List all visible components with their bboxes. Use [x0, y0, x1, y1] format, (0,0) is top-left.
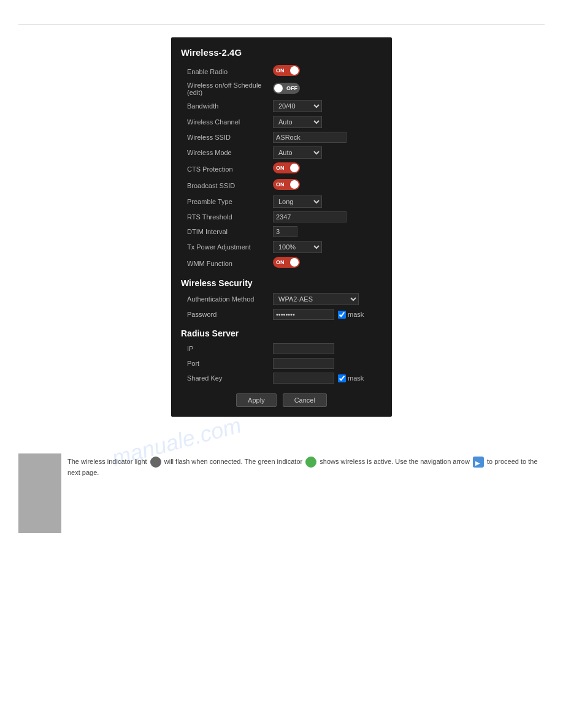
auth-method-label: Authentication Method	[187, 295, 273, 303]
wmm-function-toggle-label: ON	[276, 259, 285, 265]
radius-port-row: Port	[181, 358, 382, 369]
shared-key-mask-checkbox[interactable]	[338, 374, 346, 382]
wireless-channel-select[interactable]: Auto 1 6	[273, 116, 322, 128]
password-mask-checkbox[interactable]	[338, 311, 346, 319]
radius-ip-row: IP	[181, 343, 382, 354]
wireless-schedule-toggle[interactable]: OFF	[273, 83, 300, 94]
button-row: Apply Cancel	[181, 393, 382, 407]
radius-ip-input[interactable]	[273, 343, 334, 354]
wireless-channel-control: Auto 1 6	[273, 116, 382, 128]
wireless-ssid-control	[273, 132, 382, 143]
wmm-function-row: WMM Function ON	[181, 257, 382, 270]
dtim-interval-control	[273, 226, 382, 237]
cts-protection-knob	[290, 164, 299, 172]
broadcast-ssid-toggle[interactable]: ON	[273, 179, 300, 190]
wireless-mode-select[interactable]: Auto B G N	[273, 146, 322, 159]
broadcast-ssid-toggle-label: ON	[276, 181, 285, 188]
shared-key-label: Shared Key	[187, 374, 273, 382]
bandwidth-row: Bandwidth 20/40 20 40	[181, 100, 382, 112]
broadcast-ssid-knob	[290, 180, 299, 189]
wireless-schedule-toggle-label: OFF	[286, 85, 297, 91]
bandwidth-label: Bandwidth	[187, 102, 273, 110]
wmm-function-knob	[290, 258, 299, 267]
cts-protection-row: CTS Protection ON	[181, 162, 382, 175]
enable-radio-toggle[interactable]: ON	[273, 65, 300, 76]
wireless-schedule-row: Wireless on/off Schedule (edit) OFF	[181, 82, 382, 96]
enable-radio-row: Enable Radio ON	[181, 65, 382, 78]
rts-threshold-row: RTS Threshold	[181, 211, 382, 222]
rts-threshold-control	[273, 211, 382, 222]
wireless-ssid-label: Wireless SSID	[187, 134, 273, 141]
enable-radio-knob	[290, 66, 299, 75]
tx-power-row: Tx Power Adjustment 100% 75% 50% 25%	[181, 241, 382, 253]
radius-ip-label: IP	[187, 345, 273, 352]
bottom-text3: shows wireless is active. Use the naviga…	[320, 458, 470, 465]
radius-port-input[interactable]	[273, 358, 334, 369]
wireless-panel: Wireless-2.4G Enable Radio ON Wireless o…	[171, 37, 392, 417]
wireless-ssid-input[interactable]	[273, 132, 347, 143]
bottom-section: The wireless indicator light will flash …	[0, 453, 563, 533]
shared-key-mask-label[interactable]: mask	[338, 374, 364, 382]
wireless-channel-label: Wireless Channel	[187, 118, 273, 126]
wireless-schedule-label: Wireless on/off Schedule (edit)	[187, 82, 273, 96]
radius-port-control	[273, 358, 382, 369]
preamble-type-control: Long Short	[273, 195, 382, 208]
auth-method-control: WPA2-AES WPA-AES WEP None	[273, 293, 382, 305]
rts-threshold-label: RTS Threshold	[187, 213, 273, 221]
rts-threshold-input[interactable]	[273, 211, 347, 222]
cancel-button[interactable]: Cancel	[283, 393, 327, 407]
wireless-mode-row: Wireless Mode Auto B G N	[181, 146, 382, 159]
panel-title: Wireless-2.4G	[181, 47, 382, 58]
top-divider	[18, 25, 545, 25]
shared-key-input[interactable]	[273, 373, 334, 384]
password-input[interactable]	[273, 309, 334, 320]
auth-method-select[interactable]: WPA2-AES WPA-AES WEP None	[273, 293, 359, 305]
green-circle-icon	[305, 457, 316, 468]
dtim-interval-input[interactable]	[273, 226, 297, 237]
wireless-ssid-row: Wireless SSID	[181, 132, 382, 143]
wireless-channel-row: Wireless Channel Auto 1 6	[181, 116, 382, 128]
arrow-icon[interactable]	[473, 457, 484, 468]
tx-power-control: 100% 75% 50% 25%	[273, 241, 382, 253]
wireless-mode-control: Auto B G N	[273, 146, 382, 159]
bandwidth-control: 20/40 20 40	[273, 100, 382, 112]
cts-protection-label: CTS Protection	[187, 165, 273, 173]
enable-radio-control: ON	[273, 65, 382, 78]
wmm-function-label: WMM Function	[187, 260, 273, 267]
wireless-schedule-knob	[274, 84, 283, 93]
gray-circle-icon	[150, 457, 161, 468]
preamble-type-select[interactable]: Long Short	[273, 195, 322, 208]
cts-protection-control: ON	[273, 162, 382, 175]
wmm-function-control: ON	[273, 257, 382, 270]
shared-key-control: mask	[273, 373, 382, 384]
apply-button[interactable]: Apply	[236, 393, 277, 407]
tx-power-label: Tx Power Adjustment	[187, 243, 273, 251]
panel-wrapper: Wireless-2.4G Enable Radio ON Wireless o…	[0, 37, 563, 417]
enable-radio-toggle-label: ON	[276, 67, 285, 74]
broadcast-ssid-row: Broadcast SSID ON	[181, 179, 382, 192]
radius-ip-control	[273, 343, 382, 354]
tx-power-select[interactable]: 100% 75% 50% 25%	[273, 241, 322, 253]
bottom-text2: will flash when connected. The green ind…	[164, 458, 302, 465]
auth-method-row: Authentication Method WPA2-AES WPA-AES W…	[181, 293, 382, 305]
radius-port-label: Port	[187, 360, 273, 367]
bottom-text: The wireless indicator light will flash …	[67, 453, 545, 479]
broadcast-ssid-label: Broadcast SSID	[187, 182, 273, 189]
wireless-security-title: Wireless Security	[181, 278, 382, 288]
dtim-interval-row: DTIM Interval	[181, 226, 382, 237]
preamble-type-row: Preamble Type Long Short	[181, 195, 382, 208]
wireless-mode-label: Wireless Mode	[187, 149, 273, 156]
gray-box	[18, 453, 61, 533]
enable-radio-label: Enable Radio	[187, 68, 273, 75]
bandwidth-select[interactable]: 20/40 20 40	[273, 100, 322, 112]
cts-protection-toggle[interactable]: ON	[273, 162, 300, 173]
password-control: mask	[273, 309, 382, 320]
shared-key-row: Shared Key mask	[181, 373, 382, 384]
preamble-type-label: Preamble Type	[187, 198, 273, 205]
password-mask-label[interactable]: mask	[338, 311, 364, 319]
mask-label-text: mask	[348, 311, 364, 318]
bottom-text1: The wireless indicator light	[67, 458, 147, 465]
password-label: Password	[187, 311, 273, 318]
wmm-function-toggle[interactable]: ON	[273, 257, 300, 268]
password-row: Password mask	[181, 309, 382, 320]
